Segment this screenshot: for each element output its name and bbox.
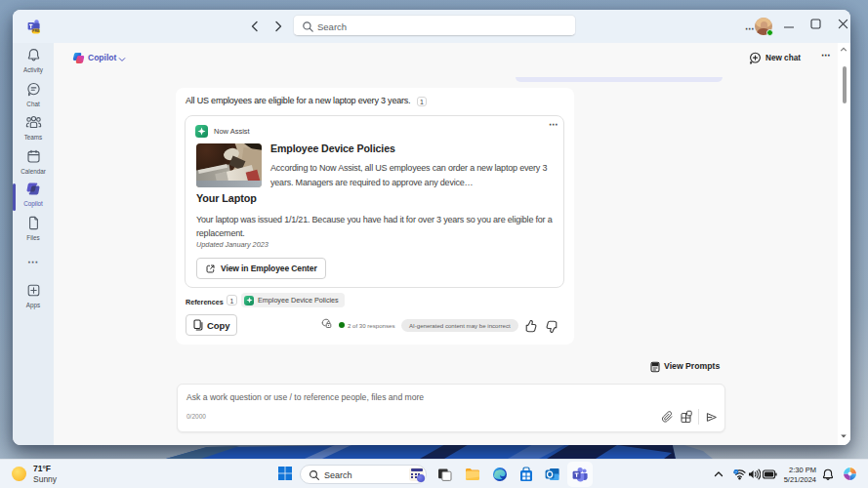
svg-text:PRE: PRE (32, 29, 40, 33)
